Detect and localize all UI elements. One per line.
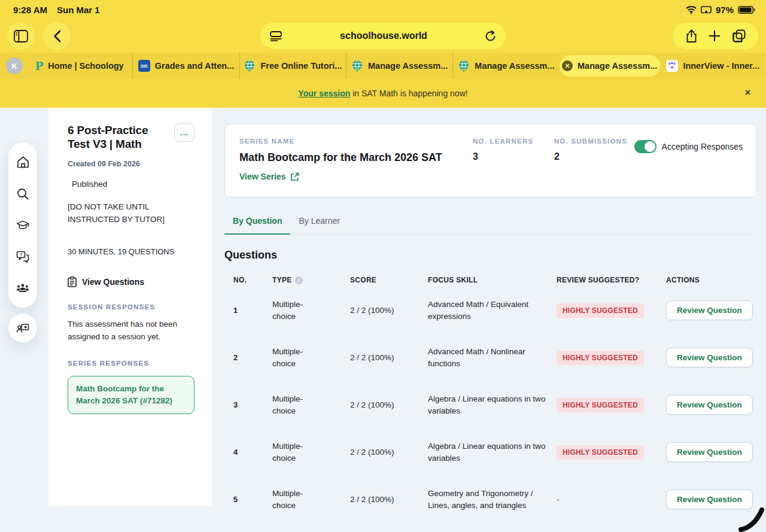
status-bar: 9:28 AM Sun Mar 1 97% [0,0,766,19]
search-icon[interactable] [16,187,29,200]
browser-tab-manage-active[interactable]: ✕ Manage Assessm... [560,55,660,77]
sis-favicon: SIS [138,60,150,72]
type-info-icon[interactable]: i [295,276,303,284]
schoolhouse-globe-favicon [458,60,470,72]
question-type: Multiple-choice [272,299,317,322]
new-tab-icon[interactable] [709,30,721,42]
browser-tab-free-tutoring[interactable]: Free Online Tutori... [239,53,346,79]
review-suggested-cell: HIGHLY SUGGESTED [557,398,666,412]
tab-bar: K P Home | Schoology SIS Grades and Atte… [0,53,766,79]
col-score: SCORE [350,276,428,284]
table-row: 1 Multiple-choice 2 / 2 (100%) Advanced … [224,289,756,332]
question-score: 2 / 2 (100%) [350,495,428,504]
accepting-responses-toggle[interactable] [634,140,656,153]
results-view-tabs: By Question By Learner [224,210,756,235]
question-number: 4 [233,448,272,457]
tab-overview-icon[interactable] [732,29,746,42]
browser-tab-grades[interactable]: SIS Grades and Atten... [132,53,239,79]
tab-by-question[interactable]: By Question [224,210,290,235]
review-question-button[interactable]: Review Question [666,300,753,320]
review-suggested-cell: HIGHLY SUGGESTED [557,303,666,318]
banner-text: in SAT Math is happening now! [350,89,467,98]
session-banner: Your session in SAT Math is happening no… [0,79,766,108]
screen-mirroring-icon [701,6,712,14]
toolbar-actions [673,23,759,49]
more-options-button[interactable]: ... [174,123,194,142]
tab-label: Manage Assessm... [577,61,657,71]
review-suggested-cell: HIGHLY SUGGESTED [557,445,666,460]
tutor-presenter-icon [16,323,29,334]
questions-table-body: 1 Multiple-choice 2 / 2 (100%) Advanced … [224,289,756,521]
review-suggested-cell: - [557,495,666,504]
svg-text:?: ? [20,253,22,257]
status-time: 9:28 AM [13,5,47,15]
questions-heading: Questions [224,249,756,262]
sidebar-toggle-button[interactable] [7,22,35,50]
question-number: 2 [233,353,272,362]
view-questions-label: View Questions [82,277,144,287]
profile-avatar[interactable]: K [6,57,23,74]
tab-label: Manage Assessm... [368,61,448,71]
share-icon[interactable] [686,29,697,43]
reload-icon[interactable] [485,31,496,42]
table-row: 4 Multiple-choice 2 / 2 (100%) Algebra /… [224,431,756,473]
browser-tab-manage-2[interactable]: Manage Assessm... [452,53,559,79]
browser-chrome: 9:28 AM Sun Mar 1 97% schoolhouse.world … [0,0,766,108]
question-focus-skill: Advanced Math / Equivalent expressions [428,299,551,322]
question-score: 2 / 2 (100%) [350,306,428,315]
question-number: 1 [233,306,272,315]
url-text: schoolhouse.world [282,31,485,41]
review-question-button[interactable]: Review Question [666,395,753,415]
home-icon[interactable] [16,156,29,169]
learners-value: 3 [473,151,533,162]
page-settings-icon[interactable] [270,31,282,41]
review-question-button[interactable]: Review Question [666,348,753,367]
tab-label: Manage Assessm... [475,61,554,71]
question-type: Multiple-choice [272,440,317,464]
community-icon[interactable] [16,281,29,294]
view-questions-link[interactable]: View Questions [68,276,194,287]
table-row: 3 Multiple-choice 2 / 2 (100%) Algebra /… [224,384,756,426]
questions-table-header: NO. TYPEi SCORE FOCUS SKILL REVIEW SUGGE… [224,276,756,284]
help-chat-icon[interactable]: ? [16,250,29,263]
questions-table: NO. TYPEi SCORE FOCUS SKILL REVIEW SUGGE… [224,276,756,521]
accepting-responses-label: Accepting Responses [662,142,743,151]
tutor-dashboard-button[interactable] [8,314,37,342]
assessment-side-panel: 6 Post-Practice Test V3 | Math ... Creat… [48,108,211,506]
created-date: Created 09 Feb 2026 [68,160,194,168]
graduation-cap-icon[interactable] [16,218,29,232]
browser-tab-schoology[interactable]: P Home | Schoology [26,53,132,79]
tab-by-learner[interactable]: By Learner [290,210,348,234]
innerview-favicon [666,60,678,72]
floating-widget-arc[interactable] [735,501,766,532]
close-tab-icon[interactable]: ✕ [562,60,573,71]
clipboard-icon [68,276,77,287]
assessment-meta: 30 MINUTES, 19 QUESTIONS [68,247,194,256]
review-badge: HIGHLY SUGGESTED [557,303,644,318]
question-focus-skill: Algebra / Linear equations in two variab… [428,393,551,417]
col-no: NO. [233,276,272,284]
browser-toolbar: schoolhouse.world [0,19,766,53]
series-response-item-selected[interactable]: Math Bootcamp for the March 2026 SAT (#7… [68,376,194,415]
back-button[interactable] [43,22,71,50]
question-score: 2 / 2 (100%) [350,448,428,457]
external-link-icon [290,172,299,181]
browser-tab-manage-1[interactable]: Manage Assessm... [346,53,452,79]
browser-tab-innerview[interactable]: InnerView - Inner... [660,53,766,79]
your-session-link[interactable]: Your session [298,89,350,98]
assessment-note: [DO NOT TAKE UNTIL INSTRUCTED BY TUTOR] [68,201,196,226]
question-type: Multiple-choice [272,393,317,417]
banner-close-icon[interactable]: × [745,87,750,98]
table-row: 2 Multiple-choice 2 / 2 (100%) Advanced … [224,336,756,379]
address-bar[interactable]: schoolhouse.world [260,23,506,49]
view-series-link[interactable]: View Series [239,172,299,181]
review-question-button[interactable]: Review Question [666,442,753,462]
tab-label: Grades and Atten... [155,61,234,71]
review-none: - [557,495,560,504]
question-focus-skill: Algebra / Linear equations in two variab… [428,440,551,464]
question-focus-skill: Geometry and Trigonometry / Lines, angle… [428,488,551,511]
series-responses-heading: SERIES RESPONSES [68,360,194,367]
question-number: 5 [233,495,272,504]
submissions-stat: NO. SUBMISSIONS 2 [554,138,627,162]
tab-label: Home | Schoology [48,61,124,71]
